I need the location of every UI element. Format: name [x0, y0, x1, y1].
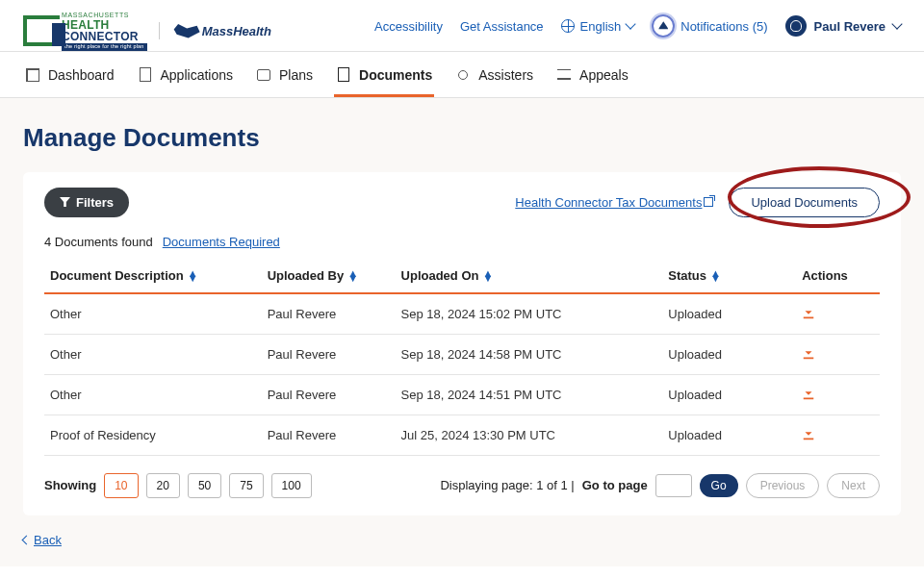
documents-count: 4 Documents found: [44, 235, 153, 249]
nav-dashboard[interactable]: Dashboard: [23, 52, 116, 97]
notifications[interactable]: Notifications (5): [652, 14, 767, 38]
masshealth-icon: [171, 22, 200, 39]
brand-area: MASSACHUSETTS HEALTH CONNECTOR the right…: [23, 12, 271, 51]
download-icon[interactable]: [802, 307, 815, 322]
dashboard-icon: [25, 67, 40, 83]
masshealth-label: MassHealth: [202, 24, 271, 38]
cell-status: Uploaded: [662, 415, 796, 455]
download-icon[interactable]: [802, 428, 815, 443]
col-description-label: Document Description: [50, 268, 184, 283]
masshealth-logo[interactable]: MassHealth: [159, 22, 271, 39]
cell-actions: [796, 334, 880, 374]
showing-label: Showing: [44, 478, 96, 492]
col-description[interactable]: Document Description▲▼: [44, 259, 262, 293]
table-row: Other Paul Revere Sep 18, 2024 14:58 PM …: [44, 334, 880, 374]
arrow-left-icon: [22, 535, 32, 544]
upload-documents-button[interactable]: Upload Documents: [729, 188, 880, 217]
go-button[interactable]: Go: [700, 474, 738, 497]
chevron-down-icon: [891, 19, 902, 30]
back-link[interactable]: Back: [23, 533, 901, 547]
logo-state: MASSACHUSETTS: [62, 12, 147, 18]
nav-assisters-label: Assisters: [478, 67, 533, 83]
nav-applications[interactable]: Applications: [136, 52, 236, 97]
cell-status: Uploaded: [662, 293, 796, 335]
cell-desc: Other: [44, 334, 262, 374]
nav-documents[interactable]: Documents: [334, 52, 434, 97]
download-icon[interactable]: [802, 347, 815, 363]
pagination: Showing 10 20 50 75 100 Displaying page:…: [44, 473, 880, 498]
card-toolbar: Filters Health Connector Tax Documents U…: [44, 188, 880, 217]
language-selector[interactable]: English: [561, 19, 635, 34]
col-status-label: Status: [668, 268, 706, 283]
toolbar-right: Health Connector Tax Documents Upload Do…: [515, 188, 880, 217]
table-row: Other Paul Revere Sep 18, 2024 15:02 PM …: [44, 293, 880, 335]
page-size-20[interactable]: 20: [146, 473, 180, 498]
page-size-10[interactable]: 10: [104, 473, 138, 498]
cell-on: Sep 18, 2024 14:58 PM UTC: [396, 334, 663, 374]
documents-card: Filters Health Connector Tax Documents U…: [23, 172, 901, 515]
filters-label: Filters: [76, 195, 114, 210]
cell-desc: Other: [44, 374, 262, 415]
nav-assisters[interactable]: Assisters: [453, 52, 535, 97]
cell-actions: [796, 293, 880, 335]
user-name: Paul Revere: [814, 19, 886, 34]
header-right: Accessibility Get Assistance English Not…: [374, 14, 901, 38]
cell-by: Paul Revere: [262, 415, 396, 455]
cell-by: Paul Revere: [262, 374, 396, 415]
nav-appeals-label: Appeals: [579, 67, 629, 83]
nav-plans-label: Plans: [279, 67, 313, 83]
cell-status: Uploaded: [662, 334, 796, 374]
filters-button[interactable]: Filters: [44, 188, 129, 217]
plans-icon: [256, 67, 271, 83]
cell-actions: [796, 415, 880, 455]
download-icon[interactable]: [802, 388, 815, 403]
assistance-link[interactable]: Get Assistance: [460, 19, 544, 34]
logo-tagline: the right place for the right plan: [62, 43, 147, 51]
col-uploaded-by[interactable]: Uploaded By▲▼: [262, 259, 396, 293]
user-menu[interactable]: Paul Revere: [785, 15, 901, 37]
sort-icon: ▲▼: [710, 271, 721, 281]
col-actions-label: Actions: [802, 268, 848, 283]
globe-icon: [561, 19, 575, 33]
cell-status: Uploaded: [662, 374, 796, 415]
page-size-100[interactable]: 100: [271, 473, 312, 498]
goto-input[interactable]: [655, 474, 692, 497]
avatar-icon: [785, 15, 807, 37]
displaying-label: Displaying page: 1 of 1 |: [440, 478, 574, 492]
logo-line2: CONNECTOR: [62, 31, 147, 42]
tax-documents-label: Health Connector Tax Documents: [515, 195, 702, 210]
page-title: Manage Documents: [23, 123, 901, 153]
col-status[interactable]: Status▲▼: [662, 259, 796, 293]
col-by-label: Uploaded By: [268, 268, 344, 283]
sort-icon: ▲▼: [188, 271, 198, 281]
page-size-75[interactable]: 75: [229, 473, 263, 498]
chevron-down-icon: [626, 19, 636, 30]
nav-dashboard-label: Dashboard: [48, 67, 115, 83]
table-row: Other Paul Revere Sep 18, 2024 14:51 PM …: [44, 374, 880, 415]
sort-icon: ▲▼: [482, 271, 493, 281]
previous-button[interactable]: Previous: [746, 473, 820, 498]
bell-icon: [652, 14, 675, 38]
next-button[interactable]: Next: [827, 473, 880, 498]
table-row: Proof of Residency Paul Revere Jul 25, 2…: [44, 415, 880, 455]
page-size-50[interactable]: 50: [188, 473, 221, 498]
header: MASSACHUSETTS HEALTH CONNECTOR the right…: [0, 0, 924, 52]
count-row: 4 Documents found Documents Required: [44, 235, 880, 249]
nav-appeals[interactable]: Appeals: [554, 52, 630, 97]
cell-on: Jul 25, 2024 13:30 PM UTC: [396, 415, 663, 455]
assisters-icon: [455, 67, 471, 83]
appeals-icon: [556, 67, 572, 83]
health-connector-logo[interactable]: MASSACHUSETTS HEALTH CONNECTOR the right…: [23, 12, 147, 51]
accessibility-link[interactable]: Accessibility: [374, 19, 443, 34]
nav-plans[interactable]: Plans: [254, 52, 315, 97]
page-body: Manage Documents Filters Health Connecto…: [0, 98, 924, 566]
health-connector-logo-text: MASSACHUSETTS HEALTH CONNECTOR the right…: [62, 12, 147, 51]
sort-icon: ▲▼: [347, 271, 358, 281]
col-actions: Actions: [796, 259, 880, 293]
filter-icon: [60, 197, 70, 207]
nav-documents-label: Documents: [359, 67, 432, 83]
tax-documents-link[interactable]: Health Connector Tax Documents: [515, 195, 713, 210]
external-link-icon: [704, 197, 713, 207]
documents-required-link[interactable]: Documents Required: [163, 235, 280, 249]
col-uploaded-on[interactable]: Uploaded On▲▼: [396, 259, 663, 293]
